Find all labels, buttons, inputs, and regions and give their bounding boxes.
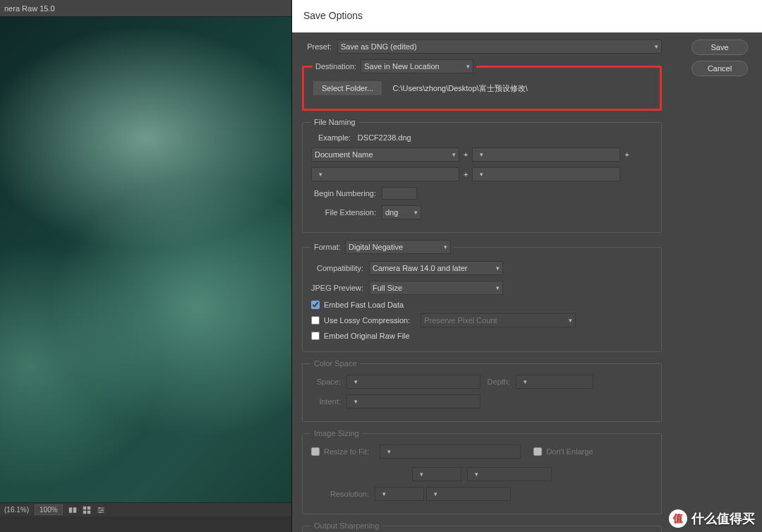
plus-icon: + <box>624 150 629 159</box>
embed-orig-input[interactable] <box>311 332 320 340</box>
format-fieldset: Format: Digital Negative Compatibility: … <box>302 240 662 352</box>
naming-token-2[interactable] <box>472 147 620 162</box>
destination-fieldset: Destination: Save in New Location Select… <box>302 59 662 111</box>
compat-label: Compatibility: <box>311 264 369 272</box>
intent-select <box>346 394 480 409</box>
naming-token-4[interactable] <box>472 167 620 181</box>
plus-icon: + <box>464 150 468 159</box>
watermark: 值 什么值得买 <box>669 509 755 528</box>
svg-rect-3 <box>87 506 90 509</box>
file-naming-fieldset: File Naming Example: DSCF2238.dng Docume… <box>302 118 662 233</box>
watermark-text: 什么值得买 <box>691 510 755 527</box>
dialog-title: Save Options <box>292 0 762 32</box>
compat-select[interactable]: Camera Raw 14.0 and later <box>369 261 503 275</box>
grid-icon[interactable] <box>83 506 91 514</box>
lossy-input[interactable] <box>311 316 320 325</box>
plus-icon: + <box>464 170 468 179</box>
depth-select <box>516 375 593 389</box>
zoom-label: (16.1%) <box>4 506 29 514</box>
sliders-icon[interactable] <box>97 506 105 514</box>
resize-input <box>311 447 320 456</box>
file-naming-legend: File Naming <box>311 118 358 126</box>
resize-label: Resize to Fit: <box>324 447 369 456</box>
svg-rect-4 <box>83 510 86 514</box>
svg-rect-2 <box>83 506 86 509</box>
output-sharpening-fieldset: Output Sharpening Sharpen For: Amount: <box>302 521 662 532</box>
svg-point-8 <box>99 511 101 512</box>
resize-select <box>380 445 521 459</box>
embed-fast-checkbox[interactable]: Embed Fast Load Data <box>311 301 404 309</box>
resolution-unit-select <box>426 487 511 501</box>
naming-token-3[interactable] <box>311 167 459 181</box>
example-value: DSCF2238.dng <box>358 133 411 142</box>
compare-icon[interactable] <box>68 506 77 514</box>
size-unit-select <box>467 467 552 481</box>
destination-legend: Destination: <box>315 62 356 71</box>
svg-point-6 <box>98 507 99 508</box>
bottom-toolbar: (16.1%) 100% <box>0 502 291 516</box>
preset-label: Preset: <box>302 42 337 51</box>
jpeg-preview-label: JPEG Preview: <box>311 284 369 292</box>
svg-rect-0 <box>68 507 72 513</box>
begin-numbering-label: Begin Numbering: <box>311 189 382 198</box>
format-select[interactable]: Digital Negative <box>345 240 451 254</box>
save-options-dialog: Save Options Save Cancel Preset: Save as… <box>291 0 762 532</box>
intent-label: Intent: <box>311 397 346 406</box>
svg-rect-5 <box>87 510 90 514</box>
size-w-input <box>412 467 461 481</box>
space-label: Space: <box>311 377 346 386</box>
dont-enlarge-input <box>533 447 542 456</box>
output-sharpening-legend: Output Sharpening <box>311 521 382 530</box>
space-select <box>346 375 480 389</box>
destination-mode-select[interactable]: Save in New Location <box>361 59 473 73</box>
resolution-input <box>375 487 424 501</box>
lossy-label: Use Lossy Compression: <box>324 316 410 325</box>
watermark-badge: 值 <box>669 509 687 528</box>
preset-select[interactable]: Save as DNG (edited) <box>337 40 662 54</box>
resolution-label: Resolution: <box>311 490 375 498</box>
format-legend: Format: <box>314 243 341 251</box>
zoom-dropdown[interactable]: 100% <box>35 504 63 515</box>
begin-numbering-input <box>382 187 417 200</box>
lossy-checkbox[interactable]: Use Lossy Compression: Preserve Pixel Co… <box>311 313 576 327</box>
embed-fast-input[interactable] <box>311 301 320 309</box>
color-space-fieldset: Color Space Space: Depth: Intent: <box>302 359 662 422</box>
depth-label: Depth: <box>480 377 516 386</box>
jpeg-preview-select[interactable]: Full Size <box>369 281 503 295</box>
image-sizing-legend: Image Sizing <box>311 429 362 437</box>
select-folder-button[interactable]: Select Folder... <box>313 80 382 96</box>
lossy-select: Preserve Pixel Count <box>421 313 576 327</box>
naming-token-1[interactable]: Document Name <box>311 147 459 162</box>
embed-fast-label: Embed Fast Load Data <box>324 301 404 309</box>
example-label: Example: <box>318 133 351 142</box>
svg-point-7 <box>102 509 103 510</box>
image-sizing-fieldset: Image Sizing Resize to Fit: Don't Enlarg… <box>302 429 662 514</box>
resize-checkbox: Resize to Fit: Don't Enlarge <box>311 445 593 459</box>
destination-path: C:\Users\zhong\Desktop\富士预设修改\ <box>392 83 527 94</box>
embed-orig-label: Embed Original Raw File <box>324 332 410 340</box>
file-ext-label: File Extension: <box>311 208 382 217</box>
dont-enlarge-label: Don't Enlarge <box>546 447 593 456</box>
svg-rect-1 <box>73 507 76 513</box>
photo-preview[interactable] <box>0 17 291 502</box>
file-ext-select[interactable]: dng <box>382 205 421 219</box>
color-space-legend: Color Space <box>311 359 360 368</box>
embed-orig-checkbox[interactable]: Embed Original Raw File <box>311 332 410 340</box>
